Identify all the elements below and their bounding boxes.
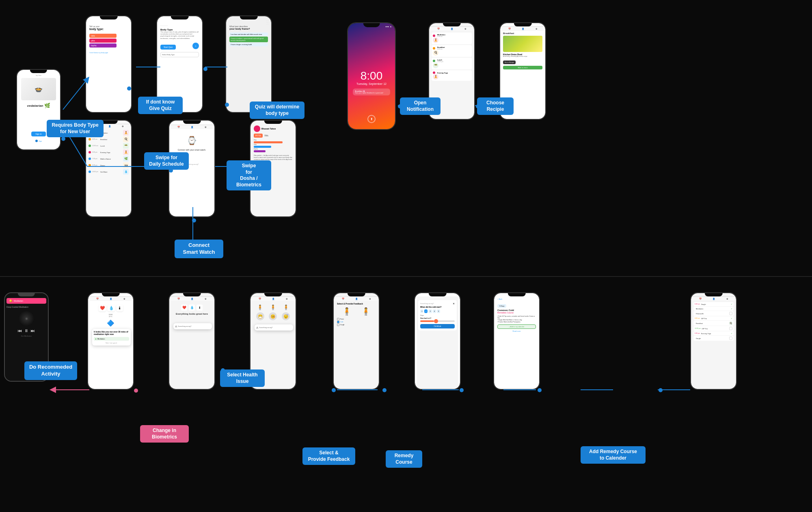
label-connect-watch: Connect Smart Watch <box>175 240 223 258</box>
bodytype-screen: Tell us your body type: vata pitta kapha… <box>86 16 131 112</box>
splash-screen: Sign Basic 🍲 vedatarian 🌿 Sign in Sign <box>17 70 60 149</box>
everything-good-title: Everything looks great here <box>173 313 211 315</box>
biometrics-screen: 📅 👤 ⚙ ❤️ 💧 🌡 32/40 37°C 🔷 It looks like … <box>88 293 133 389</box>
remedy-select-screen: Something wrong? ✕ When did the cold sta… <box>415 293 460 389</box>
phone-bodytype: Tell us your body type: vata pitta kapha… <box>85 15 132 113</box>
days-label: Days <box>420 314 455 316</box>
label-open-notification: Open Notification <box>400 97 441 115</box>
something-wrong-text[interactable]: Something wrong? <box>178 325 191 327</box>
bt-vata[interactable]: vata <box>89 34 117 38</box>
close-modal[interactable]: ✕ <box>453 302 455 305</box>
add-to-calendar-button[interactable]: + Add to my calender <box>497 324 536 329</box>
phone-bodyframe: • • • •• • • •• • • • What best describe… <box>225 15 272 113</box>
frame-opt1[interactable]: I am lean and slender with little muscle… <box>229 32 268 36</box>
exit-meditation[interactable]: Exit Meditation <box>6 335 46 337</box>
bt-pitta[interactable]: pitta <box>89 39 117 43</box>
remedy-item-3: • Practice Nadi-shodhan Pranayama. <box>497 321 536 323</box>
label-select-health: Select Health Issue <box>220 369 265 387</box>
remedy-question: When did the cold start? <box>420 306 455 308</box>
bt-kapha[interactable]: kapha <box>89 43 117 48</box>
phone-splash: Sign Basic 🍲 vedatarian 🌿 Sign in Sign <box>16 69 61 150</box>
remedy-item-2: • Gargle With Salt Water: 2 times a day. <box>497 319 536 321</box>
bio-navbar: 📅 👤 ⚙ <box>90 296 132 301</box>
sched-item-hotwater: 10:00 pm Hot Water 💧 <box>89 169 129 175</box>
frame-opt3[interactable]: I have a larger or strong build <box>229 43 268 46</box>
remedy-detail-subtitle: Remedies Course <box>497 311 536 314</box>
go-to-recipe-button[interactable]: Go to Recipe <box>503 60 516 64</box>
dot-health-feedback <box>332 388 336 392</box>
meditation-controls[interactable]: ⏮ ⏸ ⏭ <box>6 328 46 333</box>
remedy-list-navbar: 📅 👤 ⚙ <box>693 296 734 301</box>
watch-navbar: 📅 👤 ⚙ <box>171 125 213 129</box>
feedback-screen: 📅 👤 ⚙ Select & Provide Feedback 🧍 🧍 Feve… <box>334 293 379 389</box>
health-figures: 🧍 🧍 🧍 <box>254 305 292 310</box>
sched-item-walk: 7:30 pm Walk in Nature 🌿 <box>89 156 129 162</box>
label-if-dont-know: If dont know Give Quiz <box>138 97 183 114</box>
dot-list-end <box>659 388 663 392</box>
course-item-meditation: Meditation ✓ <box>693 307 734 311</box>
svg-line-0 <box>63 79 87 110</box>
notif-item-lunch: Lunch 12:00 pm 🥗 <box>432 58 472 69</box>
lock-time: 8:00 <box>356 69 387 82</box>
days-row: 1 2 3 4 5 <box>420 309 455 313</box>
everything-good-screen: 📅 👤 ⚙ ❤️ 💧 🌡 Everything looks great here… <box>169 293 214 389</box>
label-choose-recipe: Choose Recipie <box>477 97 514 115</box>
start-quiz-button[interactable]: Start Quiz <box>160 45 176 50</box>
dosha-user: Bhavani Tahoe <box>261 127 276 130</box>
remedy-item-1: • Drink 1/2 Tsp cumin, coriander and fen… <box>497 315 536 319</box>
health-icons: ❤️ 💧 🌡 <box>173 305 211 311</box>
meditation-notif-text: Meditation <box>14 300 23 302</box>
notif-navbar: 📅 👤 ⚙ <box>431 26 473 31</box>
recipe-image <box>503 36 542 52</box>
read-more-link[interactable]: Read more <box>497 330 536 332</box>
frame-screen: • • • •• • • •• • • • What best describe… <box>226 16 271 112</box>
notif-item-yoga: Evening Yoga 🧘 <box>432 70 472 81</box>
dot-splash-bt <box>61 137 65 141</box>
watch-text: Connect with your smart watch. <box>173 149 211 151</box>
phone-biometrics: 📅 👤 ⚙ ❤️ 💧 🌡 32/40 37°C 🔷 It looks like … <box>87 292 134 390</box>
good-navbar: 📅 👤 ⚙ <box>171 296 213 301</box>
status-bar-splash: Sign Basic <box>34 74 43 77</box>
sched-item-yoga: 6:00 pm Evening Yoga 🧘 <box>89 149 129 155</box>
sched-item-lunch: 12:00 am Lunch 🥗 <box>89 143 129 149</box>
bt-bold: body type: <box>89 28 128 30</box>
frame-opt2[interactable]: I have a medium, symmetrical build with … <box>229 37 268 42</box>
howbad-label: How bad is it? <box>420 317 455 319</box>
course-item-breakfast-r: Breakfast 🍳 <box>693 321 734 326</box>
phone-lockscreen: 8:00 Tuesday, September 12 ●●● ▲ Breakfa… <box>347 22 396 130</box>
recipe-navbar: 📅 👤 ⚙ <box>502 26 544 31</box>
course-item-khaosadhi: Khaosadhi <box>693 311 734 316</box>
status-label: Sign Basic <box>36 75 41 76</box>
dot-feedback-remedy <box>382 388 387 392</box>
phone-remedy-list: 📅 👤 ⚙ 6:00 am Gargle ✓ Meditation ✓ Khao… <box>690 292 737 390</box>
bt-link[interactable]: I don't know my body type <box>89 52 128 54</box>
continue-button[interactable]: Continue <box>420 324 455 328</box>
feedback-title: Select & Provide Feedback <box>337 302 376 305</box>
back-label[interactable]: < Back <box>497 298 536 300</box>
frame-bold: your body frame? <box>229 28 268 30</box>
phone-everything-good: 📅 👤 ⚙ ❤️ 💧 🌡 Everything looks great here… <box>168 292 215 390</box>
dot-quiz-frame <box>203 67 207 71</box>
health-error[interactable]: Something wrong? <box>259 326 272 328</box>
dot-bio-med <box>134 389 138 393</box>
course-item-gargle-2: Gargle <box>693 336 734 341</box>
biometrics-modal: It looks like you ran over 30 mins of me… <box>92 329 131 346</box>
meditation-notif-bar: 🔔 Meditation <box>6 298 46 304</box>
dot-watch-down <box>192 218 196 223</box>
signin-button[interactable]: Sign in <box>31 132 45 136</box>
label-do-recommended: Do Recommeded Activity <box>24 361 77 380</box>
feedback-navbar: 📅 👤 ⚙ <box>335 296 377 301</box>
phone-remedy-select: Something wrong? ✕ When did the cold sta… <box>414 292 461 390</box>
phone-feedback: 📅 👤 ⚙ Select & Provide Feedback 🧍 🧍 Feve… <box>333 292 380 390</box>
remedy-detail-screen: < Back 5 Days Common Cold Remedies Cours… <box>494 293 539 389</box>
days-badge: 5 Days <box>497 304 506 308</box>
lock-notification: Breakfast 🌸 Have your regular Breakfast … <box>353 89 391 95</box>
phone-remedy-detail: < Back 5 Days Common Cold Remedies Cours… <box>493 292 540 390</box>
lock-screen: 8:00 Tuesday, September 12 ●●● ▲ Breakfa… <box>348 23 395 129</box>
section-divider <box>0 276 812 277</box>
label-quiz-determine: Quiz will determine body type <box>250 102 304 119</box>
dosha-label: PITTA <box>254 134 263 138</box>
lock-date: Tuesday, September 12 <box>356 82 387 85</box>
app-name: vedatarian <box>27 104 43 108</box>
mark-as-done-button[interactable]: Mark as done <box>503 66 542 69</box>
